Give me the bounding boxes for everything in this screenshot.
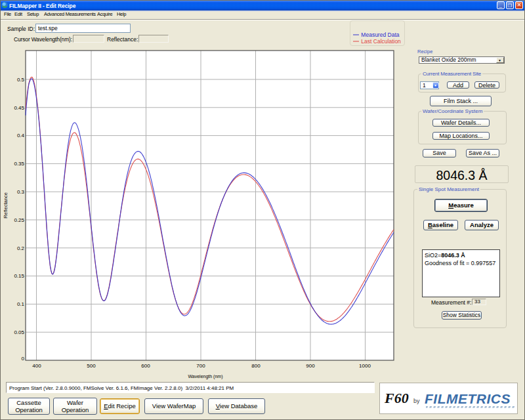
svg-text:0.35: 0.35 <box>14 161 24 167</box>
svg-text:0.2: 0.2 <box>17 245 25 251</box>
svg-text:0.45: 0.45 <box>14 105 24 111</box>
svg-text:0.15: 0.15 <box>14 273 24 279</box>
svg-text:900: 900 <box>306 363 315 369</box>
svg-text:1000: 1000 <box>359 363 371 369</box>
svg-text:0.5: 0.5 <box>17 77 25 83</box>
svg-text:0.05: 0.05 <box>14 329 24 335</box>
svg-text:0.1: 0.1 <box>17 301 25 307</box>
svg-text:700: 700 <box>196 363 205 369</box>
svg-text:0.3: 0.3 <box>17 189 25 195</box>
svg-text:500: 500 <box>87 363 96 369</box>
svg-text:Reflectance: Reflectance <box>3 192 9 219</box>
svg-text:600: 600 <box>141 363 150 369</box>
svg-text:400: 400 <box>32 363 41 369</box>
svg-text:Wavelength (nm): Wavelength (nm) <box>188 374 222 379</box>
svg-text:800: 800 <box>251 363 261 369</box>
svg-text:0.25: 0.25 <box>14 217 24 223</box>
svg-text:0.4: 0.4 <box>17 133 25 138</box>
svg-text:0: 0 <box>22 356 25 362</box>
